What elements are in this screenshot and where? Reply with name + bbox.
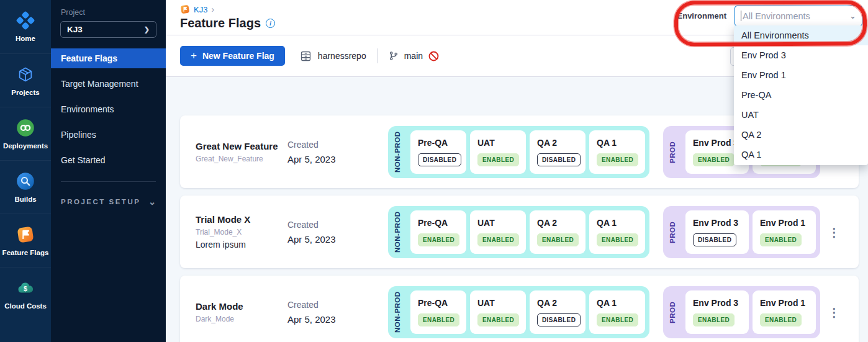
env-card[interactable]: Env Prod 1 ENABLED bbox=[753, 210, 816, 254]
non-prod-group: NON-PROD Pre-QA ENABLED UAT ENABLED QA 2… bbox=[388, 286, 649, 338]
rail-item-projects[interactable]: Projects bbox=[0, 53, 51, 107]
env-status-badge: ENABLED bbox=[477, 153, 519, 166]
breadcrumb-project-link[interactable]: KJ3 bbox=[194, 5, 207, 14]
env-option-qa-2[interactable]: QA 2 bbox=[734, 125, 868, 145]
prohibited-icon bbox=[428, 50, 440, 62]
flag-row-1[interactable]: Trial Mode X Trial_Mode_X Lorem ipsum Cr… bbox=[180, 196, 859, 268]
project-selector[interactable]: KJ3 ❯ bbox=[60, 21, 156, 38]
rail-label: Deployments bbox=[3, 142, 48, 150]
env-card[interactable]: QA 2 DISABLED bbox=[530, 290, 585, 334]
row-menu-button[interactable]: ⋮ bbox=[823, 302, 845, 322]
project-nav-items: Feature Flags Target Management Environm… bbox=[51, 48, 166, 170]
non-prod-label: NON-PROD bbox=[388, 130, 407, 174]
env-card[interactable]: Env Prod 1 ENABLED bbox=[753, 290, 816, 334]
panel-divider bbox=[61, 181, 156, 182]
env-name: QA 1 bbox=[597, 218, 645, 228]
env-name: QA 2 bbox=[537, 218, 585, 228]
info-icon[interactable]: i bbox=[266, 19, 275, 28]
chevron-right-icon: ❯ bbox=[144, 25, 150, 34]
env-card[interactable]: Pre-QA ENABLED bbox=[410, 210, 466, 254]
env-card[interactable]: QA 1 ENABLED bbox=[589, 130, 645, 174]
text-caret bbox=[741, 11, 741, 21]
nav-item-environments[interactable]: Environments bbox=[51, 99, 166, 119]
created-label: Created bbox=[287, 140, 357, 150]
env-card[interactable]: UAT ENABLED bbox=[470, 130, 526, 174]
env-name: Pre-QA bbox=[418, 138, 466, 148]
env-card[interactable]: Env Prod 3 ENABLED bbox=[685, 290, 749, 334]
new-feature-flag-button[interactable]: + New Feature Flag bbox=[180, 46, 285, 66]
non-prod-group: NON-PROD Pre-QA DISABLED UAT ENABLED QA … bbox=[388, 126, 649, 178]
environment-select[interactable]: All Environments ⌄ bbox=[735, 6, 862, 26]
cube-icon bbox=[16, 65, 35, 84]
env-name: UAT bbox=[477, 298, 526, 308]
env-status-badge: DISABLED bbox=[537, 153, 581, 166]
non-prod-label: NON-PROD bbox=[388, 290, 407, 334]
project-section-label: Project bbox=[61, 8, 166, 17]
nav-item-pipelines[interactable]: Pipelines bbox=[51, 125, 166, 145]
env-name: Pre-QA bbox=[418, 218, 466, 228]
env-name: QA 1 bbox=[597, 298, 645, 308]
env-status-badge: ENABLED bbox=[477, 233, 519, 246]
env-name: UAT bbox=[477, 218, 526, 228]
git-branch-icon bbox=[388, 50, 399, 61]
row-menu-button[interactable]: ⋮ bbox=[823, 222, 845, 241]
env-card[interactable]: QA 2 ENABLED bbox=[530, 210, 585, 254]
env-option-uat[interactable]: UAT bbox=[734, 105, 868, 125]
env-status-badge: DISABLED bbox=[418, 153, 461, 166]
rail-item-builds[interactable]: Builds bbox=[0, 160, 51, 214]
env-card[interactable]: Env Prod 3 DISABLED bbox=[685, 210, 749, 254]
env-option-all-environments[interactable]: All Environments bbox=[734, 25, 868, 45]
flag-identifier: Dark_Mode bbox=[196, 315, 287, 323]
env-status-badge: ENABLED bbox=[537, 233, 579, 246]
env-name: Env Prod 3 bbox=[693, 218, 749, 228]
rail-label: Cloud Costs bbox=[4, 302, 47, 310]
rail-item-home[interactable]: Home bbox=[0, 0, 51, 53]
env-card[interactable]: QA 1 ENABLED bbox=[589, 210, 645, 254]
prod-group: PROD Env Prod 3 ENABLED Env Prod 1 ENABL… bbox=[663, 286, 820, 338]
created-block: Created Apr 5, 2023 bbox=[287, 300, 357, 325]
rail-item-feature-flags[interactable]: Feature Flags bbox=[0, 214, 51, 267]
branch-selector[interactable]: main bbox=[388, 50, 440, 62]
project-setup-toggle[interactable]: PROJECT SETUP ⌄ bbox=[61, 197, 156, 207]
environment-dropdown-menu: All Environments Env Prod 3 Env Prod 1 P… bbox=[734, 25, 868, 165]
flag-info: Trial Mode X Trial_Mode_X Lorem ipsum bbox=[196, 214, 287, 250]
rail-item-deployments[interactable]: Deployments bbox=[0, 107, 51, 160]
env-option-env-prod-3[interactable]: Env Prod 3 bbox=[734, 45, 868, 65]
rail-label: Home bbox=[16, 35, 35, 42]
env-card[interactable]: UAT ENABLED bbox=[470, 290, 526, 334]
env-card[interactable]: Pre-QA ENABLED bbox=[410, 290, 466, 334]
created-block: Created Apr 5, 2023 bbox=[287, 140, 357, 164]
env-card[interactable]: UAT ENABLED bbox=[470, 210, 526, 254]
environment-filter: Environment All Environments ⌄ bbox=[677, 6, 862, 26]
env-status-badge: ENABLED bbox=[597, 233, 638, 246]
nav-item-target-management[interactable]: Target Management bbox=[51, 74, 166, 94]
env-card[interactable]: QA 2 DISABLED bbox=[530, 130, 585, 174]
repo-name: harnessrepo bbox=[318, 51, 366, 61]
env-status-badge: ENABLED bbox=[760, 233, 802, 246]
page-title: Feature Flags bbox=[180, 16, 261, 30]
env-status-badge: ENABLED bbox=[693, 153, 735, 166]
repo-selector[interactable]: harnessrepo bbox=[299, 50, 366, 63]
env-card[interactable]: QA 1 ENABLED bbox=[589, 290, 645, 334]
env-card[interactable]: Pre-QA DISABLED bbox=[410, 130, 466, 174]
rail-label: Feature Flags bbox=[2, 249, 49, 256]
env-status-badge: ENABLED bbox=[597, 153, 638, 166]
env-name: UAT bbox=[477, 138, 526, 148]
env-option-env-prod-1[interactable]: Env Prod 1 bbox=[734, 65, 868, 85]
nav-item-feature-flags[interactable]: Feature Flags bbox=[51, 48, 166, 68]
rail-item-cloud-costs[interactable]: $ Cloud Costs bbox=[0, 267, 51, 320]
env-option-qa-1[interactable]: QA 1 bbox=[734, 145, 868, 164]
feature-flags-breadcrumb-icon bbox=[180, 4, 190, 14]
builds-icon bbox=[16, 172, 35, 191]
env-status-badge: DISABLED bbox=[537, 313, 581, 326]
prod-label: PROD bbox=[663, 290, 682, 334]
flag-identifier: Great_New_Feature bbox=[196, 155, 287, 163]
nav-item-get-started[interactable]: Get Started bbox=[51, 150, 166, 170]
svg-text:$: $ bbox=[24, 285, 27, 292]
env-name: QA 2 bbox=[537, 298, 585, 308]
flag-info: Great New Feature Great_New_Feature bbox=[196, 141, 287, 163]
flag-row-2[interactable]: Dark Mode Dark_Mode Created Apr 5, 2023 … bbox=[180, 276, 859, 342]
env-status-badge: ENABLED bbox=[597, 313, 638, 326]
prod-label: PROD bbox=[663, 130, 682, 174]
env-option-pre-qa[interactable]: Pre-QA bbox=[734, 85, 868, 105]
